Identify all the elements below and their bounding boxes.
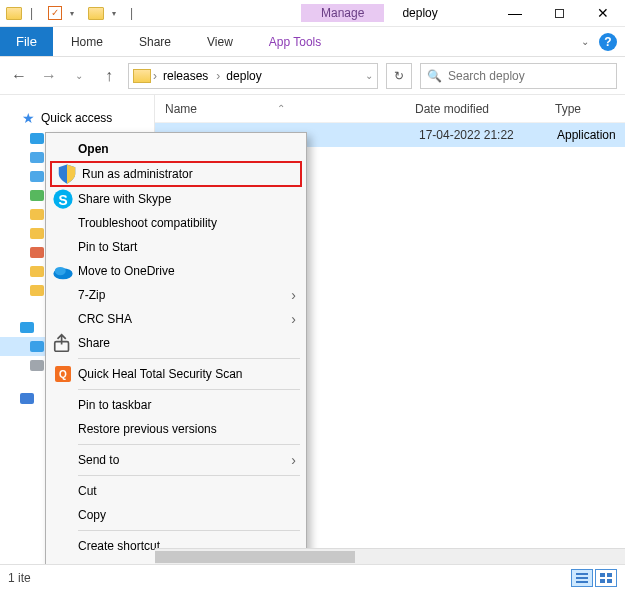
thumbnails-view-button[interactable] — [595, 569, 617, 587]
nav-bar: ← → ⌄ ↑ › releases › deploy ⌄ ↻ 🔍 — [0, 57, 625, 95]
chevron-right-icon: › — [291, 287, 296, 303]
svg-rect-9 — [607, 573, 612, 577]
tab-view[interactable]: View — [189, 27, 251, 56]
tab-app-tools[interactable]: App Tools — [251, 27, 339, 56]
tab-share[interactable]: Share — [121, 27, 189, 56]
back-button[interactable]: ← — [8, 65, 30, 87]
column-headers: Name ⌃ Date modified Type — [155, 95, 625, 123]
ctx-pin-start[interactable]: Pin to Start — [48, 235, 304, 259]
recent-dropdown-icon[interactable]: ⌄ — [68, 65, 90, 87]
ctx-share[interactable]: Share — [48, 331, 304, 355]
chevron-right-icon[interactable]: › — [214, 69, 222, 83]
svg-point-3 — [55, 267, 66, 275]
status-item-count: 1 ite — [8, 571, 31, 585]
ctx-run-as-admin-highlight: Run as administrator — [50, 161, 302, 187]
tab-home[interactable]: Home — [53, 27, 121, 56]
up-button[interactable]: ↑ — [98, 65, 120, 87]
ctx-open[interactable]: Open — [48, 137, 304, 161]
qat-divider: | — [130, 6, 140, 20]
search-input[interactable] — [448, 69, 610, 83]
ctx-crc[interactable]: CRC SHA › — [48, 307, 304, 331]
ribbon: File Home Share View App Tools ⌄ ? — [0, 27, 625, 57]
titlebar: | ✓ ▾ ▾ | Manage deploy — ✕ — [0, 0, 625, 27]
refresh-button[interactable]: ↻ — [386, 63, 412, 89]
forward-button[interactable]: → — [38, 65, 60, 87]
status-bar: 1 ite — [0, 564, 625, 590]
window-controls: — ✕ — [493, 0, 625, 27]
breadcrumb-releases[interactable]: releases — [159, 69, 214, 83]
ctx-separator — [78, 444, 300, 445]
quick-access-toolbar: | ✓ ▾ ▾ | — [0, 6, 146, 20]
share-icon — [52, 332, 74, 354]
search-box[interactable]: 🔍 — [420, 63, 617, 89]
star-icon: ★ — [22, 110, 35, 126]
address-dropdown-icon[interactable]: ⌄ — [365, 70, 373, 81]
ctx-separator — [78, 389, 300, 390]
chevron-right-icon: › — [291, 452, 296, 468]
ctx-separator — [78, 358, 300, 359]
ctx-copy[interactable]: Copy — [48, 503, 304, 527]
cell-type: Application — [555, 128, 625, 142]
ribbon-expand-icon[interactable]: ⌄ — [581, 36, 589, 47]
close-button[interactable]: ✕ — [581, 0, 625, 27]
column-header-type[interactable]: Type — [555, 102, 625, 116]
qat-dropdown-icon[interactable]: ▾ — [70, 9, 80, 18]
help-button[interactable]: ? — [599, 33, 617, 51]
column-header-name[interactable]: Name ⌃ — [155, 102, 415, 116]
quickheal-icon: Q — [52, 366, 74, 382]
contextual-tab-manage[interactable]: Manage — [301, 4, 384, 22]
maximize-button[interactable] — [537, 0, 581, 27]
ctx-troubleshoot[interactable]: Troubleshoot compatibility — [48, 211, 304, 235]
breadcrumb-deploy[interactable]: deploy — [222, 69, 267, 83]
view-toggles — [571, 569, 617, 587]
chevron-right-icon: › — [291, 311, 296, 327]
sidebar-item-label: Quick access — [41, 111, 112, 125]
svg-rect-5 — [576, 573, 588, 575]
svg-text:S: S — [58, 193, 67, 208]
onedrive-icon — [52, 260, 74, 282]
qat-divider: | — [30, 6, 40, 20]
search-icon: 🔍 — [427, 69, 442, 83]
ctx-restore[interactable]: Restore previous versions — [48, 417, 304, 441]
ctx-send-to[interactable]: Send to › — [48, 448, 304, 472]
ctx-cut[interactable]: Cut — [48, 479, 304, 503]
shield-icon — [56, 163, 78, 185]
svg-rect-6 — [576, 577, 588, 579]
folder-icon — [88, 7, 104, 20]
window-title: deploy — [402, 6, 437, 20]
svg-rect-11 — [607, 579, 612, 583]
context-menu: Open Run as administrator S Share with S… — [45, 132, 307, 590]
svg-rect-8 — [600, 573, 605, 577]
svg-rect-10 — [600, 579, 605, 583]
chevron-right-icon[interactable]: › — [151, 69, 159, 83]
file-tab[interactable]: File — [0, 27, 53, 56]
skype-icon: S — [52, 188, 74, 210]
cell-date: 17-04-2022 21:22 — [415, 128, 555, 142]
ctx-7zip[interactable]: 7-Zip › — [48, 283, 304, 307]
ctx-separator — [78, 475, 300, 476]
folder-icon — [6, 7, 22, 20]
ctx-quick-heal[interactable]: Q Quick Heal Total Security Scan — [48, 362, 304, 386]
address-bar[interactable]: › releases › deploy ⌄ — [128, 63, 378, 89]
minimize-button[interactable]: — — [493, 0, 537, 27]
qat-checkbox[interactable]: ✓ — [48, 6, 62, 20]
details-view-button[interactable] — [571, 569, 593, 587]
folder-icon — [133, 69, 151, 83]
scrollbar-thumb[interactable] — [155, 551, 355, 563]
svg-rect-7 — [576, 581, 588, 583]
sidebar-item-quick-access[interactable]: ★ Quick access — [0, 107, 154, 129]
qat-dropdown-icon[interactable]: ▾ — [112, 9, 122, 18]
ctx-share-skype[interactable]: S Share with Skype — [48, 187, 304, 211]
ctx-pin-taskbar[interactable]: Pin to taskbar — [48, 393, 304, 417]
horizontal-scrollbar[interactable] — [155, 548, 625, 564]
ctx-run-as-admin[interactable]: Run as administrator — [52, 163, 300, 185]
ctx-separator — [78, 530, 300, 531]
sort-indicator-icon: ⌃ — [277, 103, 285, 114]
ctx-onedrive[interactable]: Move to OneDrive — [48, 259, 304, 283]
column-header-date[interactable]: Date modified — [415, 102, 555, 116]
